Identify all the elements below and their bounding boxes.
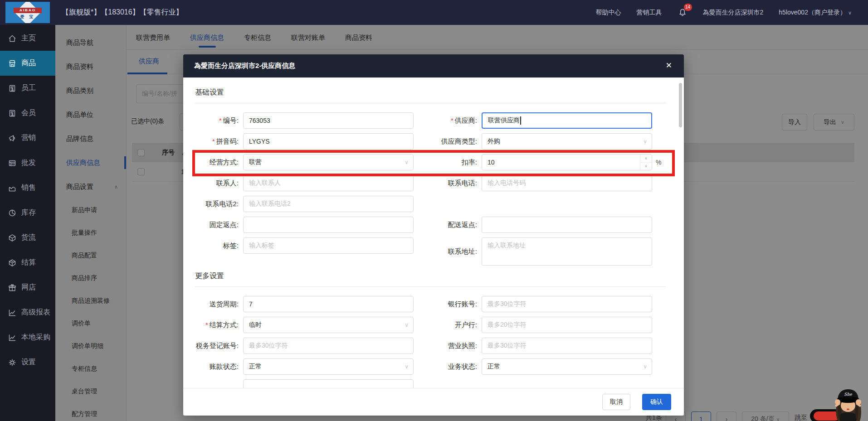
sidebar-item-label: 货流 — [21, 233, 36, 242]
number-spinner[interactable]: ∧∨ — [640, 155, 652, 170]
svg-text:She: She — [844, 392, 852, 397]
form-row: 固定返点:配送返点: — [195, 217, 666, 233]
sidebar-item-label: 批发 — [21, 158, 36, 168]
clipped-input[interactable] — [243, 379, 414, 388]
textarea-field[interactable]: 输入联系地址 — [482, 237, 652, 266]
chevron-down-icon: ∨ — [643, 138, 647, 145]
select-field[interactable]: 正常∨ — [243, 358, 414, 375]
form-cell: 营业执照:最多30位字符 — [418, 338, 652, 354]
marketing-tools-link[interactable]: 营销工具 — [637, 9, 662, 17]
cancel-button[interactable]: 取消 — [602, 394, 630, 410]
aibao-logo[interactable]: AIBAO 爱 宝 — [5, 2, 50, 23]
text-field[interactable] — [482, 217, 652, 233]
form-cell: *拼音码:LYGYS — [195, 133, 414, 150]
form-cell: 账款状态:正常∨ — [195, 358, 414, 375]
sidebar-item-goods[interactable]: 商品 — [0, 51, 55, 76]
field-label: *结算方式: — [195, 321, 243, 329]
number-field[interactable]: 10∧∨ — [482, 154, 652, 170]
help-center-link[interactable]: 帮助中心 — [596, 9, 621, 17]
sidebar-item-logistics[interactable]: 货流 — [0, 225, 55, 250]
sidebar-item-label: 员工 — [21, 83, 36, 93]
sidebar-item-webstore[interactable]: 网店 — [0, 275, 55, 300]
field-value: 外购 — [488, 137, 500, 145]
sidebar-item-marketing[interactable]: 营销 — [0, 126, 55, 150]
sidebar-item-label: 会员 — [21, 108, 36, 118]
edition-title: 【旗舰版*】【183016】【零售行业】 — [62, 8, 183, 17]
field-label: *编号: — [195, 116, 243, 125]
chevron-down-icon: ∨ — [643, 363, 647, 370]
text-field[interactable]: 输入电话号码 — [482, 175, 652, 191]
select-field[interactable]: 联营∨ — [243, 154, 414, 170]
notification-bell[interactable]: 14 — [678, 8, 688, 18]
close-icon[interactable]: ✕ — [666, 61, 672, 70]
form-cell: 经营方式:联营∨ — [195, 154, 414, 170]
field-label: 送货周期: — [195, 300, 243, 309]
chevron-down-icon: ∨ — [405, 322, 409, 328]
text-field[interactable]: LYGYS — [243, 133, 414, 150]
sidebar-item-purchase[interactable]: 本地采购 — [0, 325, 55, 350]
store-name[interactable]: 為愛而生分店深圳市2 — [703, 9, 764, 17]
logistics-icon — [8, 233, 17, 242]
field-value: 763053 — [249, 117, 270, 124]
text-field[interactable]: 最多30位字符 — [243, 338, 414, 354]
form-row: 送货周期:7银行账号:最多30位字符 — [195, 296, 666, 312]
section-heading-basic: 基础设置 — [195, 87, 666, 97]
form-cell: *结算方式:临时∨ — [195, 317, 414, 333]
modal-header: 為愛而生分店深圳市2-供应商信息 ✕ — [183, 54, 684, 77]
field-value: 正常 — [249, 363, 262, 371]
field-placeholder: 最多20位字符 — [488, 321, 527, 329]
text-field[interactable]: 输入联系人 — [243, 175, 414, 191]
text-field[interactable]: 联营供应商 — [482, 112, 652, 129]
reports-icon — [8, 308, 17, 317]
text-field[interactable]: 763053 — [243, 112, 414, 129]
form-cell: 标签:输入标签 — [195, 237, 414, 254]
sidebar-item-settings[interactable]: 设置 — [0, 350, 55, 375]
text-cursor — [520, 116, 521, 125]
form-row: *结算方式:临时∨开户行:最多20位字符 — [195, 317, 666, 333]
field-label: 经营方式: — [195, 158, 243, 167]
field-label: 税务登记账号: — [195, 342, 243, 350]
spinner-up-icon[interactable]: ∧ — [640, 155, 652, 163]
field-label: 银行账号: — [418, 300, 482, 309]
sidebar-item-wholesale[interactable]: 批发 — [0, 150, 55, 175]
sidebar-item-inventory[interactable]: 库存 — [0, 200, 55, 225]
sidebar-item-sales[interactable]: 销售 — [0, 175, 55, 200]
account-menu[interactable]: h5love002（商户登录）∨ — [779, 9, 852, 17]
select-field[interactable]: 正常∨ — [482, 358, 652, 375]
text-field[interactable] — [243, 217, 414, 233]
field-label: 配送返点: — [418, 221, 482, 229]
text-field[interactable]: 最多20位字符 — [482, 317, 652, 333]
sidebar-item-home[interactable]: 主页 — [0, 26, 55, 51]
modal-scrollbar-thumb[interactable] — [679, 83, 682, 127]
form-cell: 供应商类型:外购∨ — [418, 133, 652, 150]
section-divider — [195, 103, 666, 103]
more-settings-rows: 送货周期:7银行账号:最多30位字符*结算方式:临时∨开户行:最多20位字符税务… — [195, 296, 666, 375]
chevron-down-icon: ∨ — [405, 363, 409, 370]
form-row: 账款状态:正常∨业务状态:正常∨ — [195, 358, 666, 375]
text-field[interactable]: 输入标签 — [243, 237, 414, 254]
webstore-icon — [8, 283, 17, 292]
text-field[interactable]: 最多30位字符 — [482, 296, 652, 312]
form-cell: 银行账号:最多30位字符 — [418, 296, 652, 312]
sidebar-item-label: 设置 — [21, 358, 36, 367]
wholesale-icon — [8, 159, 17, 168]
spinner-down-icon[interactable]: ∨ — [640, 163, 652, 170]
text-field[interactable]: 最多30位字符 — [482, 338, 652, 354]
confirm-button[interactable]: 确认 — [642, 394, 671, 410]
field-value: 联营 — [249, 158, 262, 166]
mascot-girl-image[interactable]: She — [827, 386, 868, 421]
select-field[interactable]: 临时∨ — [243, 317, 414, 333]
form-cell: 联系电话2:输入联系电话2 — [195, 196, 414, 212]
sidebar-item-member[interactable]: 会员 — [0, 101, 55, 126]
modal-footer: 取消 确认 — [183, 388, 684, 416]
sidebar-item-settlement[interactable]: 结算 — [0, 250, 55, 275]
sidebar-item-staff[interactable]: 员工 — [0, 76, 55, 101]
sidebar-item-label: 结算 — [21, 258, 36, 267]
text-field[interactable]: 7 — [243, 296, 414, 312]
form-cell: *供应商:联营供应商 — [418, 112, 652, 129]
sidebar-item-reports[interactable]: 高级报表 — [0, 300, 55, 325]
select-field[interactable]: 外购∨ — [482, 133, 652, 150]
inventory-icon — [8, 208, 17, 218]
text-field[interactable]: 输入联系电话2 — [243, 196, 414, 212]
section-divider — [195, 286, 666, 287]
